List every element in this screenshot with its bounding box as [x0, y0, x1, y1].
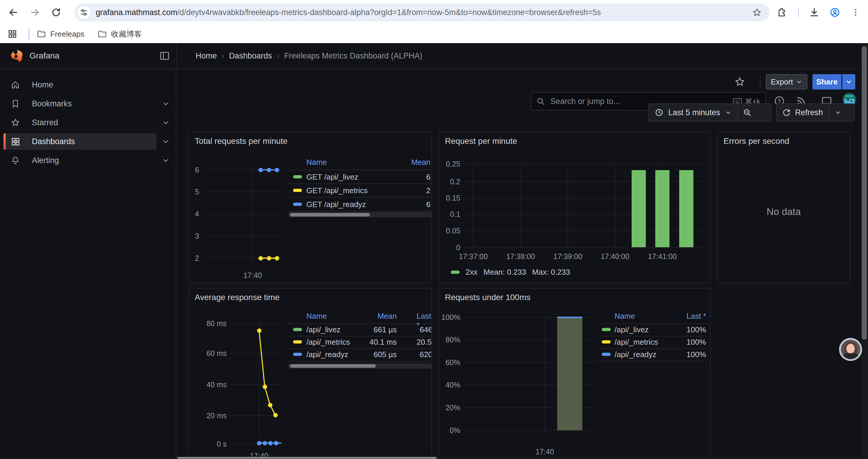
series-name[interactable]: GET /api/_livez: [306, 172, 359, 182]
star-outline-icon: [735, 76, 745, 87]
profile-button[interactable]: [827, 4, 843, 21]
legend[interactable]: 2xx Mean: 0.233 Max: 0.233: [451, 268, 570, 276]
extensions-button[interactable]: [773, 4, 790, 21]
series-swatch: [293, 175, 302, 178]
panel-title[interactable]: Errors per second: [723, 136, 789, 146]
series-last: 100%: [687, 325, 706, 334]
series-swatch: [293, 203, 302, 206]
page-scrollbar-vertical[interactable]: [861, 43, 868, 459]
series-name[interactable]: 2xx: [466, 268, 477, 277]
export-button[interactable]: Export: [766, 74, 807, 90]
bookmarks-divider: [28, 28, 30, 40]
series-name[interactable]: /api/_metrics: [306, 338, 350, 347]
chevron-down-icon[interactable]: [162, 119, 169, 126]
series-swatch: [293, 340, 302, 343]
scrollbar-thumb[interactable]: [290, 364, 376, 368]
legend-row[interactable]: /api/_metrics 100%: [596, 335, 707, 348]
legend-row[interactable]: GET /api/_livez 6: [288, 170, 432, 183]
legend-row[interactable]: /api/_livez 661 µs 646: [288, 323, 432, 335]
series-name[interactable]: /api/_livez: [306, 325, 341, 334]
zoom-out-icon: [743, 108, 752, 117]
sidebar-item-label: Home: [32, 80, 53, 90]
refresh-label: Refresh: [795, 108, 823, 117]
back-button[interactable]: [5, 4, 22, 21]
browser-chrome: grafana.mathmast.com/d/deytv4rwavabkb/fr…: [0, 0, 868, 43]
star-outline-icon: [752, 8, 762, 17]
legend-row[interactable]: GET /api/_metrics 2: [288, 184, 432, 197]
downloads-button[interactable]: [806, 4, 823, 21]
forward-arrow-icon: [30, 7, 40, 18]
legend-row[interactable]: /api/_readyz 605 µs 620: [288, 348, 432, 360]
url-text: grafana.mathmast.com/d/deytv4rwavabkb/fr…: [96, 4, 740, 21]
legend-header-last[interactable]: Last *: [416, 312, 432, 323]
forward-button[interactable]: [27, 4, 43, 21]
chevron-down-icon[interactable]: [162, 100, 169, 107]
bookmark-page-button[interactable]: [752, 8, 762, 18]
page-scrollbar-horizontal[interactable]: [176, 457, 861, 459]
scrollbar-thumb[interactable]: [290, 213, 370, 217]
avatar-pixel: [847, 99, 849, 101]
breadcrumb-dashboards[interactable]: Dashboards: [229, 52, 272, 61]
series-name[interactable]: /api/_readyz: [306, 350, 348, 359]
refresh-button[interactable]: Refresh: [777, 104, 829, 121]
assistant-avatar-image: [841, 340, 860, 359]
series-last: 100%: [687, 350, 706, 359]
sidebar-item-dashboards[interactable]: Dashboards: [4, 133, 157, 150]
legend-row[interactable]: GET /api/_readyz 6: [288, 198, 432, 210]
legend-header-name[interactable]: Name: [615, 312, 635, 323]
legend-table: Name Mean GET /api/_livez 6 GET /api/_me…: [288, 132, 432, 284]
sidebar-item-alerting[interactable]: Alerting: [4, 152, 157, 169]
refresh-icon: [782, 108, 791, 117]
bookmark-folder-freeleaps[interactable]: Freeleaps: [37, 27, 85, 41]
apps-grid-button[interactable]: [4, 26, 21, 42]
legend-header-name[interactable]: Name: [306, 312, 327, 323]
legend-row[interactable]: /api/_metrics 40.1 ms 20.5 ms: [288, 335, 432, 348]
share-menu-button[interactable]: [842, 74, 855, 90]
chevron-down-icon[interactable]: [162, 157, 169, 164]
share-button[interactable]: Share: [812, 74, 841, 90]
time-range-label: Last 5 minutes: [668, 108, 720, 117]
toolbar-divider: [760, 76, 761, 89]
legend-row[interactable]: /api/_livez 100%: [596, 323, 707, 335]
browser-menu-button[interactable]: [847, 4, 864, 21]
sidebar-item-label: Alerting: [32, 156, 59, 165]
legend-header-mean[interactable]: Mean: [378, 312, 397, 323]
legend-row[interactable]: /api/_readyz 100%: [596, 348, 707, 360]
legend-scrollbar[interactable]: [288, 363, 432, 369]
breadcrumb-home[interactable]: Home: [195, 52, 217, 61]
scrollbar-thumb[interactable]: [862, 46, 867, 340]
chevron-down-icon[interactable]: [162, 138, 169, 145]
series-name[interactable]: /api/_readyz: [615, 350, 656, 359]
site-settings-button[interactable]: [78, 6, 90, 19]
scrollbar-thumb[interactable]: [177, 457, 437, 459]
assistant-avatar-button[interactable]: [839, 338, 862, 361]
brand-name: Grafana: [30, 43, 59, 68]
zoom-out-button[interactable]: [738, 104, 756, 121]
avatar-face: [846, 344, 855, 353]
series-name[interactable]: /api/_metrics: [615, 338, 658, 347]
refresh-interval-button[interactable]: [829, 104, 847, 121]
grafana-logo[interactable]: [9, 48, 24, 64]
series-last: 20.5 ms: [416, 338, 432, 347]
reload-button[interactable]: [48, 4, 64, 21]
time-range-picker[interactable]: Last 5 minutes: [649, 104, 737, 121]
series-name[interactable]: GET /api/_metrics: [306, 186, 368, 195]
url-path: /d/deytv4rwavabkb/freeleaps-metrics-dash…: [177, 8, 601, 17]
legend-header-mean[interactable]: Mean: [411, 158, 430, 169]
bookmark-folder-blogs[interactable]: 收藏博客: [97, 27, 142, 41]
series-name[interactable]: GET /api/_readyz: [306, 200, 366, 209]
mega-menu-toggle[interactable]: [159, 50, 170, 63]
legend-scrollbar[interactable]: [288, 212, 432, 218]
favorite-dashboard-button[interactable]: [735, 76, 745, 88]
bell-icon: [11, 156, 20, 165]
folder-icon: [37, 29, 46, 39]
legend-header-name[interactable]: Name: [306, 158, 327, 169]
sidebar-item-starred[interactable]: Starred: [4, 114, 157, 131]
url-bar[interactable]: grafana.mathmast.com/d/deytv4rwavabkb/fr…: [74, 4, 769, 21]
series-mean: Mean: 0.233: [483, 268, 526, 277]
sidebar-item-bookmarks[interactable]: Bookmarks: [4, 95, 157, 112]
breadcrumb-separator: ›: [277, 52, 279, 61]
sidebar-item-home[interactable]: Home: [4, 76, 157, 93]
legend-header-last[interactable]: Last *: [687, 312, 706, 323]
series-name[interactable]: /api/_livez: [615, 325, 649, 334]
